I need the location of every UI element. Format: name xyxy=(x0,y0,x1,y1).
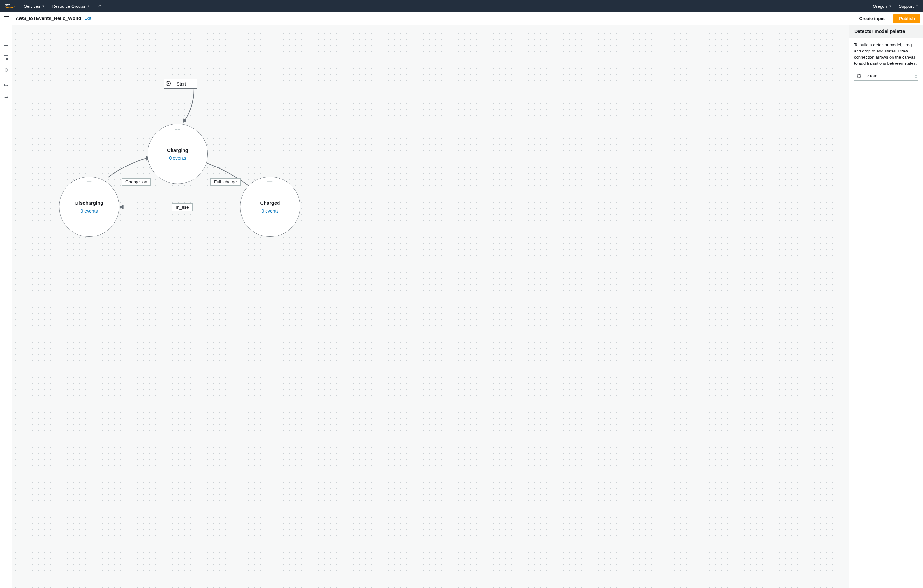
nav-resource-groups[interactable]: Resource Groups ▼ xyxy=(52,4,90,9)
state-node-discharging[interactable]: ══ Discharging 0 events xyxy=(59,177,119,237)
diagram-canvas[interactable]: Start ══ Charging 0 events ══ Dischargin… xyxy=(12,25,849,588)
palette-help-text: To build a detector model, drag and drop… xyxy=(854,42,918,66)
crosshair-icon xyxy=(3,67,9,74)
plus-icon xyxy=(4,31,8,37)
center-button[interactable] xyxy=(1,64,11,77)
play-circle-icon xyxy=(165,81,171,87)
svg-point-4 xyxy=(5,70,6,70)
state-events-link[interactable]: 0 events xyxy=(169,156,186,161)
palette-state-label: State xyxy=(864,74,914,79)
workspace: Start ══ Charging 0 events ══ Dischargin… xyxy=(0,25,923,588)
redo-icon xyxy=(3,95,8,102)
svg-point-7 xyxy=(195,82,196,82)
nav-support[interactable]: Support ▼ xyxy=(899,4,918,9)
drag-grip-icon: ══ xyxy=(175,127,180,131)
palette-heading: Detector model palette xyxy=(849,25,923,38)
create-input-button[interactable]: Create input xyxy=(854,14,890,23)
svg-point-10 xyxy=(194,85,195,86)
svg-point-11 xyxy=(195,85,196,86)
drag-grip-icon xyxy=(193,81,197,87)
fit-screen-button[interactable] xyxy=(1,52,11,64)
nav-services-label: Services xyxy=(24,4,40,9)
canvas-toolbar xyxy=(0,25,12,588)
nav-resource-groups-label: Resource Groups xyxy=(52,4,85,9)
transition-arrows-layer xyxy=(12,25,849,588)
svg-text:aws: aws xyxy=(5,3,10,7)
svg-point-6 xyxy=(194,82,195,82)
nav-region[interactable]: Oregon ▼ xyxy=(873,4,892,9)
zoom-out-button[interactable] xyxy=(1,40,11,52)
svg-point-13 xyxy=(915,74,916,74)
chevron-down-icon: ▼ xyxy=(889,5,892,8)
transition-label-charge-on[interactable]: Charge_on xyxy=(122,178,151,186)
nav-region-label: Oregon xyxy=(873,4,887,9)
svg-point-14 xyxy=(916,74,917,74)
svg-point-8 xyxy=(194,84,195,84)
svg-point-9 xyxy=(195,84,196,84)
state-node-charged[interactable]: ══ Charged 0 events xyxy=(240,177,300,237)
svg-point-17 xyxy=(915,77,916,78)
editor-header-bar: AWS_IoTEvents_Hello_World Edit Create in… xyxy=(0,12,923,25)
detector-model-palette-panel: Detector model palette To build a detect… xyxy=(849,25,923,588)
start-node-label: Start xyxy=(172,81,194,87)
svg-point-16 xyxy=(916,75,917,76)
redo-button[interactable] xyxy=(1,92,11,104)
fit-screen-icon xyxy=(3,56,8,62)
toolbar-divider xyxy=(2,78,10,79)
publish-label: Publish xyxy=(899,16,915,21)
undo-icon xyxy=(3,83,8,89)
svg-point-15 xyxy=(915,75,916,76)
aws-logo[interactable]: aws xyxy=(5,3,16,10)
chevron-down-icon: ▼ xyxy=(916,5,918,8)
nav-services[interactable]: Services ▼ xyxy=(24,4,45,9)
drag-grip-icon: ══ xyxy=(87,180,92,184)
drag-grip-icon: ══ xyxy=(268,180,273,184)
detector-model-name: AWS_IoTEvents_Hello_World xyxy=(16,16,81,21)
start-node[interactable]: Start xyxy=(164,79,197,89)
state-name: Charged xyxy=(260,200,280,206)
start-node-icon-cell xyxy=(164,79,172,88)
create-input-label: Create input xyxy=(859,16,885,21)
drag-grip-icon xyxy=(914,73,918,79)
aws-top-nav: aws Services ▼ Resource Groups ▼ Oregon … xyxy=(0,0,923,12)
nav-support-label: Support xyxy=(899,4,914,9)
publish-button[interactable]: Publish xyxy=(893,14,920,23)
palette-state-item[interactable]: State xyxy=(854,71,918,81)
pin-icon xyxy=(97,3,102,9)
state-events-link[interactable]: 0 events xyxy=(262,208,279,213)
state-events-link[interactable]: 0 events xyxy=(81,208,98,213)
undo-button[interactable] xyxy=(1,80,11,92)
edit-model-name-link[interactable]: Edit xyxy=(85,16,92,21)
zoom-in-button[interactable] xyxy=(1,28,11,40)
svg-point-12 xyxy=(857,74,861,78)
svg-rect-2 xyxy=(6,58,8,60)
state-node-charging[interactable]: ══ Charging 0 events xyxy=(148,124,208,184)
hamburger-icon xyxy=(3,15,9,22)
transition-label-in-use[interactable]: In_use xyxy=(172,203,192,211)
state-icon xyxy=(854,71,864,80)
transition-label-full-charge[interactable]: Full_charge xyxy=(210,178,241,186)
state-name: Discharging xyxy=(75,200,103,206)
chevron-down-icon: ▼ xyxy=(87,5,90,8)
minus-icon xyxy=(4,43,8,49)
nav-pin-shortcut[interactable] xyxy=(97,3,102,9)
side-menu-toggle[interactable] xyxy=(0,12,12,25)
chevron-down-icon: ▼ xyxy=(42,5,45,8)
svg-point-18 xyxy=(916,77,917,78)
state-name: Charging xyxy=(167,147,188,153)
